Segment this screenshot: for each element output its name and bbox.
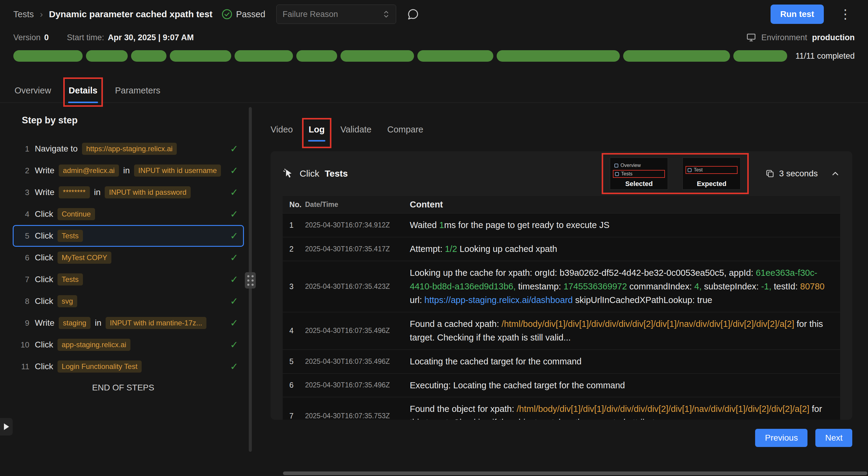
failure-reason-select[interactable]: Failure Reason [276,4,396,24]
copy-icon[interactable] [765,169,775,178]
thumbnail-label: Selected [610,180,668,189]
log-text-segment: Found the object for xpath: [410,404,517,414]
tab-validate[interactable]: Validate [340,120,372,139]
tab-compare[interactable]: Compare [387,120,423,139]
step-action: Write [35,318,55,328]
log-text-segment: Looking up cached xpath [457,244,557,254]
duration-label: 3 seconds [779,169,818,178]
collapse-chevron-icon[interactable] [831,169,840,178]
step-passed-check-icon: ✓ [230,230,238,242]
tab-label: Validate [340,125,372,135]
log-action-target: Tests [325,168,348,179]
log-row-content: Executing: Locating the cached target fo… [405,374,840,397]
step-target-badge: Tests [58,273,83,285]
step-action: Write [35,188,55,197]
progress-segment [296,50,337,62]
log-text-segment: commandIndex: [627,281,694,291]
progress-segment [86,50,128,62]
step-number: 7 [18,275,29,284]
step-action: Click [35,209,53,219]
progress-segment [235,50,293,62]
step-row[interactable]: 3Write********inINPUT with id password✓ [13,181,244,203]
screenshot-thumbnail[interactable]: TestExpected [682,158,741,190]
step-target-badge: svg [58,295,77,307]
log-row-content: Found the object for xpath: /html/body/d… [405,397,840,420]
step-row[interactable]: 5ClickTests✓ [13,225,244,247]
screenshot-thumbnail[interactable]: OverviewTestsSelected [610,158,668,190]
next-button[interactable]: Next [815,429,852,447]
start-time-label: Start time: [67,33,104,42]
step-passed-check-icon: ✓ [230,274,238,285]
tab-overview[interactable]: Overview [14,79,51,103]
mini-text: Tests [621,171,632,177]
log-header-datetime: Date/Time [305,201,405,209]
step-row[interactable]: 8Clicksvg✓ [13,290,244,312]
detail-tabs: VideoLogValidateCompare [271,120,852,139]
status-label: Passed [236,9,266,19]
tab-details[interactable]: Details [69,79,97,103]
log-action-label: Click [300,168,319,179]
end-of-steps-label: END OF STEPS [13,383,246,393]
detail-panel: VideoLogValidateCompare Click Tests Over… [255,103,868,460]
previous-button[interactable]: Previous [755,429,807,447]
progress-segment [170,50,231,62]
log-card: Click Tests OverviewTestsSelectedTestExp… [271,151,852,420]
thumbnail-mini-row: Overview [613,162,665,169]
tab-parameters[interactable]: Parameters [115,79,160,103]
step-action: Click [35,275,53,284]
step-row[interactable]: 11ClickLogin Functionality Test✓ [13,355,244,377]
step-row[interactable]: 9WritestaginginINPUT with id mantine-17z… [13,312,244,334]
log-row-number: 2 [283,245,305,253]
monitor-icon [746,32,756,43]
log-row-datetime: 2025-04-30T16:07:35.496Z [305,327,405,335]
step-target-badge: INPUT with id username [134,165,221,177]
failure-reason-placeholder: Failure Reason [283,10,338,19]
step-row[interactable]: 6ClickMyTest COPY✓ [13,247,244,269]
horizontal-scrollbar-thumb[interactable] [283,472,867,475]
step-row[interactable]: 1Navigate tohttps://app-staging.relicx.a… [13,138,244,160]
step-row[interactable]: 2Writeadmin@relicx.aiinINPUT with id use… [13,160,244,181]
log-row-number: 1 [283,221,305,230]
tab-log[interactable]: Log [309,120,325,139]
log-text-segment: url: [410,295,424,305]
tab-video[interactable]: Video [271,120,293,139]
step-number: 10 [18,340,29,349]
log-table-header: No. Date/Time Content [283,196,840,213]
sidebar-expand-arrow[interactable] [0,418,13,436]
log-text-segment: Found a cached xpath: [410,319,501,329]
step-row[interactable]: 4ClickContinue✓ [13,203,244,225]
log-row: 42025-04-30T16:07:35.496ZFound a cached … [283,312,840,350]
step-target-badge: staging [59,317,91,329]
panel-resize-grip[interactable] [245,272,256,288]
step-number: 11 [18,362,29,371]
step-target-badge: admin@relicx.ai [59,165,119,177]
kebab-menu-icon[interactable]: ⋮ [836,8,855,21]
breadcrumb-separator-icon: › [40,9,43,19]
comment-icon[interactable] [406,8,419,21]
log-text-segment: Attempt: [410,244,445,254]
log-table: No. Date/Time Content 12025-04-30T16:07:… [283,196,840,420]
log-table-body: 12025-04-30T16:07:34.912ZWaited 1ms for … [283,213,840,420]
version-value: 0 [44,33,49,42]
log-row-datetime: 2025-04-30T16:07:35.753Z [305,412,405,420]
progress-segment [497,50,620,62]
breadcrumb[interactable]: Tests [13,9,34,19]
log-row-datetime: 2025-04-30T16:07:35.496Z [305,381,405,389]
select-chevrons-icon [382,10,390,19]
step-row[interactable]: 7ClickTests✓ [13,269,244,290]
log-link[interactable]: https://app-staging.relicx.ai/dashboard [424,295,572,305]
step-action: Click [35,362,53,371]
run-test-button[interactable]: Run test [771,4,824,24]
step-passed-check-icon: ✓ [230,339,238,350]
progress-label: 11/11 completed [795,52,855,61]
log-row: 12025-04-30T16:07:34.912ZWaited 1ms for … [283,213,840,237]
tab-label: Log [309,125,325,135]
tab-label: Parameters [115,86,160,96]
step-number: 6 [18,253,29,263]
step-row[interactable]: 10Clickapp-staging.relicx.ai✓ [13,334,244,355]
progress-bar: 11/11 completed [0,50,868,62]
tab-label: Compare [387,125,423,135]
step-passed-check-icon: ✓ [230,143,238,155]
log-text-segment: testId: [771,281,800,291]
cursor-click-icon [283,168,294,179]
